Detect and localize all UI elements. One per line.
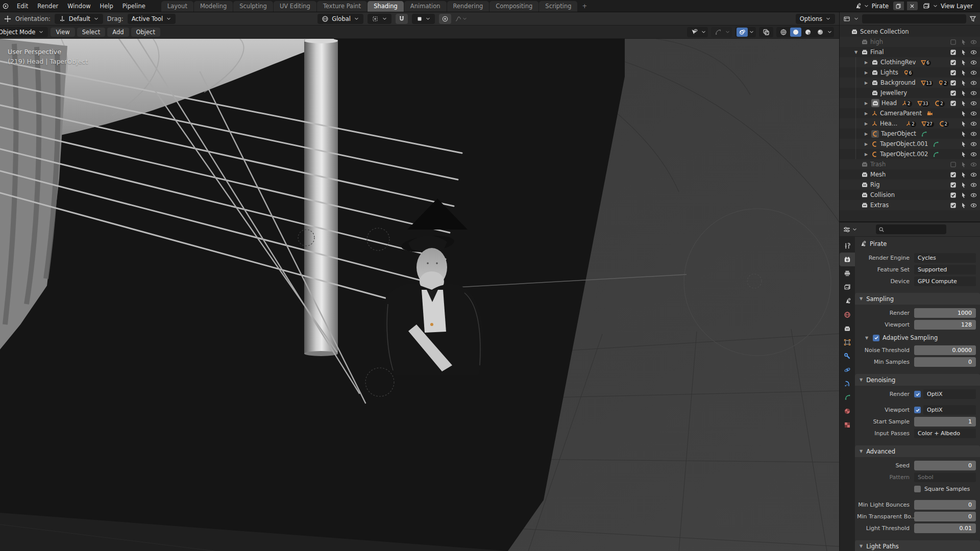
checkbox-on-icon[interactable] xyxy=(950,49,957,56)
eye-icon[interactable] xyxy=(970,110,977,117)
outliner-row-clothingrev[interactable]: ▶ClothingRev6 xyxy=(840,57,980,67)
properties-tab-object-data[interactable] xyxy=(840,390,855,404)
menu-render[interactable]: Render xyxy=(33,0,63,12)
transform-orientation-dropdown[interactable]: Global xyxy=(317,14,363,24)
eye-icon[interactable] xyxy=(970,202,977,209)
properties-tab-output[interactable] xyxy=(840,266,855,280)
pointer-icon[interactable] xyxy=(960,141,967,147)
expander-icon[interactable]: ▼ xyxy=(860,449,863,454)
filter-icon[interactable] xyxy=(969,15,976,22)
dropdown-pattern[interactable]: Sobol xyxy=(914,472,976,482)
workspace-tab-compositing[interactable]: Compositing xyxy=(489,1,538,12)
expander-icon[interactable]: ▶ xyxy=(863,121,869,126)
pointer-icon[interactable] xyxy=(960,110,967,117)
viewport-3d[interactable]: User Perspective (219) Head | TaperObjec… xyxy=(0,39,839,551)
number-field-seed[interactable]: 0 xyxy=(914,461,976,470)
app-icon[interactable] xyxy=(0,3,12,10)
expander-icon[interactable]: ▼ xyxy=(860,544,863,548)
overlays-dropdown[interactable] xyxy=(735,27,756,37)
eye-icon[interactable] xyxy=(970,59,977,66)
dropdown-feature-set[interactable]: Supported xyxy=(914,265,976,274)
expander-icon[interactable]: ▶ xyxy=(863,152,869,157)
expander-icon[interactable]: ▶ xyxy=(863,142,869,146)
expander-icon[interactable]: ▶ xyxy=(863,111,869,116)
menu-pipeline[interactable]: Pipeline xyxy=(118,0,150,12)
workspace-tab-plus[interactable]: + xyxy=(578,1,591,12)
snap-target-dropdown[interactable] xyxy=(412,14,435,24)
expander-icon[interactable]: ▶ xyxy=(863,70,869,75)
menu-help[interactable]: Help xyxy=(95,0,118,12)
move-tool-icon[interactable] xyxy=(4,15,11,22)
pointer-icon[interactable] xyxy=(960,131,967,137)
outliner-row-background[interactable]: ▶Background132 xyxy=(840,78,980,88)
snap-toggle[interactable] xyxy=(396,14,408,24)
dropdown-viewport[interactable]: OptiX xyxy=(923,405,976,415)
pointer-icon[interactable] xyxy=(960,120,967,127)
outliner-row-headparent[interactable]: ▶HeadParent2272 xyxy=(840,118,980,129)
properties-search-input[interactable] xyxy=(876,224,946,234)
number-field-min-light-bounces[interactable]: 0 xyxy=(914,500,976,510)
number-field-start-sample[interactable]: 1 xyxy=(914,417,976,427)
outliner-row-taperobject-001[interactable]: ▶TaperObject.001 xyxy=(840,139,980,149)
outliner-display-icon[interactable] xyxy=(843,15,850,22)
checkbox-viewport[interactable] xyxy=(914,407,921,413)
pointer-icon[interactable] xyxy=(960,171,967,178)
number-field-noise-threshold[interactable]: 0.0000 xyxy=(914,345,976,355)
gizmos-dropdown[interactable] xyxy=(711,27,732,37)
properties-tab-texture[interactable] xyxy=(840,418,855,432)
outliner-row-taperobject[interactable]: ▶TaperObject xyxy=(840,129,980,139)
expander-icon[interactable]: ▶ xyxy=(863,132,869,136)
outliner-row-collision[interactable]: Collision xyxy=(840,190,980,200)
eye-icon[interactable] xyxy=(970,80,977,86)
subpanel-header-adaptive-sampling[interactable]: ▼Adaptive Sampling xyxy=(857,331,976,344)
outliner-row-trash[interactable]: Trash xyxy=(840,159,980,169)
expander-icon[interactable]: ▼ xyxy=(860,296,863,301)
eye-icon[interactable] xyxy=(970,120,977,127)
pointer-icon[interactable] xyxy=(960,69,967,76)
subpanel-checkbox[interactable] xyxy=(873,335,879,341)
chevron-down-icon[interactable] xyxy=(852,227,857,232)
pointer-icon[interactable] xyxy=(960,59,967,66)
outliner-row-mesh[interactable]: Mesh xyxy=(840,169,980,180)
xray-toggle[interactable] xyxy=(759,27,773,37)
properties-tab-render[interactable] xyxy=(840,253,855,266)
dropdown-render[interactable]: OptiX xyxy=(923,389,976,399)
pointer-icon[interactable] xyxy=(960,161,967,168)
checkbox-on-icon[interactable] xyxy=(950,59,957,66)
outliner-row-high[interactable]: high xyxy=(840,37,980,47)
eye-icon[interactable] xyxy=(970,151,977,158)
pointer-icon[interactable] xyxy=(960,151,967,158)
eye-icon[interactable] xyxy=(970,69,977,76)
pointer-icon[interactable] xyxy=(960,49,967,56)
viewport-menu-view[interactable]: View xyxy=(51,28,75,37)
expander-icon[interactable]: ▼ xyxy=(864,336,870,340)
properties-tab-physics[interactable] xyxy=(840,363,855,377)
outliner-row-scene-collection[interactable]: Scene Collection xyxy=(840,27,980,37)
pivot-point-dropdown[interactable] xyxy=(368,14,391,24)
viewport-menu-select[interactable]: Select xyxy=(77,28,105,37)
wireframe-shading-button[interactable] xyxy=(778,28,789,37)
object-visibility-dropdown[interactable] xyxy=(687,27,708,37)
eye-icon[interactable] xyxy=(970,171,977,178)
viewport-menu-add[interactable]: Add xyxy=(107,28,129,37)
number-field-min-transparent-bo[interactable]: 0 xyxy=(914,512,976,521)
checkbox-on-icon[interactable] xyxy=(950,182,957,188)
outliner-row-final[interactable]: ▼Final xyxy=(840,47,980,57)
workspace-tab-modeling[interactable]: Modeling xyxy=(194,1,233,12)
workspace-tab-uv-editing[interactable]: UV Editing xyxy=(274,1,316,12)
pointer-icon[interactable] xyxy=(960,100,967,107)
expander-icon[interactable]: ▶ xyxy=(863,60,869,65)
checkbox-on-icon[interactable] xyxy=(950,90,957,96)
mode-dropdown[interactable]: Object Mode xyxy=(0,27,48,37)
properties-tab-modifiers[interactable] xyxy=(840,349,855,363)
properties-tab-scene[interactable] xyxy=(840,294,855,308)
checkbox-on-icon[interactable] xyxy=(950,100,957,107)
properties-editor-icon[interactable] xyxy=(843,226,850,233)
pointer-icon[interactable] xyxy=(960,182,967,188)
scene-selector[interactable]: Pirate xyxy=(854,2,918,10)
number-field-light-threshold[interactable]: 0.01 xyxy=(914,523,976,533)
expander-icon[interactable]: ▼ xyxy=(853,50,859,55)
number-field-min-samples[interactable]: 0 xyxy=(914,357,976,367)
panel-header-denoising[interactable]: ▼Denoising xyxy=(855,374,980,386)
pointer-icon[interactable] xyxy=(960,80,967,86)
